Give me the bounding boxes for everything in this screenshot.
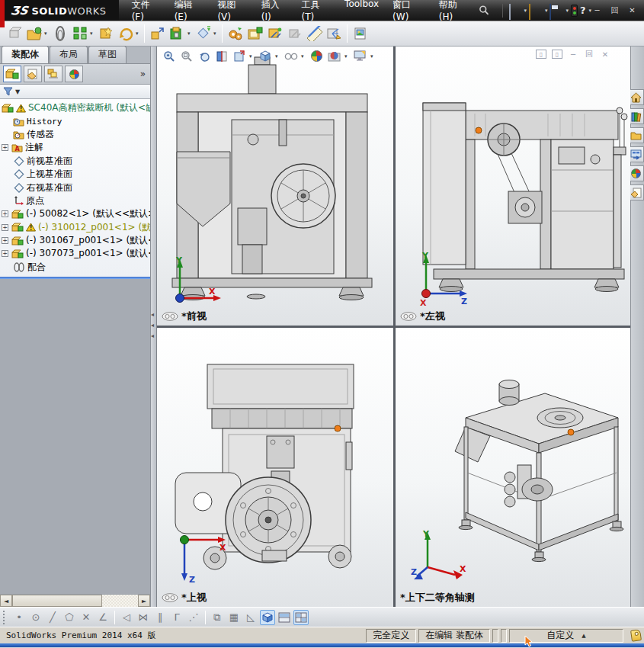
orientation-caret-icon[interactable]: ▾ [275, 53, 280, 59]
doc-close-button[interactable]: ✕ [600, 50, 610, 59]
tree-item-component-310012[interactable]: + ! (-) 310012_p001<1> (默认 [2, 221, 150, 234]
sketch-circle-icon[interactable]: ⊙ [28, 610, 43, 625]
zoom-to-fit-icon[interactable] [162, 49, 176, 63]
configuration-manager-tab-icon[interactable] [44, 66, 62, 82]
pattern-caret-icon[interactable]: ▾ [90, 30, 95, 37]
tag-icon[interactable] [630, 629, 642, 642]
grid-snap-icon[interactable]: ▦ [226, 610, 242, 625]
help-icon[interactable]: ? [580, 5, 586, 16]
doc-minimize-button[interactable]: ─ [568, 50, 578, 59]
appearance-image-icon[interactable] [351, 24, 370, 43]
menu-file[interactable]: 文件(F) [125, 0, 168, 25]
shaded-with-edges-icon[interactable] [260, 610, 275, 625]
menu-edit[interactable]: 编辑(E) [168, 0, 211, 25]
tree-item-component-50082[interactable]: + (-) 50082<1> (默认<<默认>_ [2, 207, 150, 220]
rebuild-traffic-light-icon[interactable] [571, 5, 578, 17]
sketch-line-icon[interactable]: ╱ [45, 610, 60, 625]
open-part-caret-icon[interactable]: ▾ [44, 30, 50, 37]
dimension-standard-icon[interactable]: ⧉ [210, 610, 225, 625]
new-motion-study-icon[interactable] [226, 24, 245, 43]
hideshow-caret-icon[interactable]: ▾ [301, 53, 306, 59]
mate-icon[interactable] [50, 24, 69, 43]
snap-intersect-icon[interactable]: ⋈ [136, 610, 151, 625]
view-orientation-cube-icon[interactable] [258, 49, 272, 63]
new-document-icon[interactable] [509, 4, 511, 20]
mass-properties-icon[interactable] [325, 24, 344, 43]
splitter-collapse-arrows[interactable]: ◂ ◂ ◂ [151, 312, 154, 339]
property-manager-tab-icon[interactable] [24, 66, 42, 82]
scrollbar-thumb[interactable] [12, 595, 102, 607]
linear-component-pattern-icon[interactable] [70, 24, 89, 43]
scene-caret-icon[interactable]: ▾ [344, 53, 350, 59]
panel-splitter[interactable]: ◂ ◂ ◂ [151, 47, 157, 607]
snap-parallel-icon[interactable]: ∥ [152, 610, 168, 625]
expand-icon[interactable]: + [2, 224, 8, 231]
snap-perpendicular-icon[interactable]: Γ [169, 610, 184, 625]
triangle-snap-icon[interactable]: ◺ [243, 610, 258, 625]
snap-trace-icon[interactable]: ⋰ [186, 610, 201, 625]
reference-geometry-icon[interactable] [194, 24, 213, 43]
edit-appearance-icon[interactable] [309, 49, 324, 63]
rotate-caret-icon[interactable]: ▾ [136, 30, 141, 37]
menu-help[interactable]: 帮助(H) [432, 0, 476, 25]
tab-sketch[interactable]: 草图 [88, 46, 127, 63]
new-caret-icon[interactable]: ▾ [524, 8, 527, 14]
search-icon[interactable] [478, 5, 489, 17]
tree-item-right-plane[interactable]: 右视基准面 [2, 181, 150, 194]
two-viewport-icon[interactable] [277, 610, 292, 625]
tree-item-history[interactable]: History [2, 114, 150, 127]
exploded-view-icon[interactable] [245, 24, 264, 43]
viewsettings-caret-icon[interactable]: ▾ [370, 53, 376, 59]
viewport-top[interactable]: X Z *上视 [157, 328, 393, 607]
tree-item-origin[interactable]: 原点 [2, 194, 150, 207]
hide-show-items-icon[interactable] [284, 49, 298, 63]
tree-item-sensors[interactable]: 传感器 [2, 128, 150, 141]
units-label[interactable]: 自定义 [546, 629, 574, 642]
view-palette-icon[interactable] [629, 146, 644, 162]
apply-scene-icon[interactable] [327, 49, 341, 63]
sketch-point-icon[interactable]: • [11, 610, 27, 625]
units-caret-icon[interactable]: ▲ [582, 633, 585, 639]
viewport-isometric[interactable]: Y X Z *上下二等角轴测 [396, 328, 630, 607]
refgeo-caret-icon[interactable]: ▾ [213, 30, 219, 37]
measure-icon[interactable] [305, 24, 324, 43]
toolbar-grip[interactable] [3, 611, 7, 624]
expand-icon[interactable]: + [2, 237, 8, 244]
sketch-cross-icon[interactable]: ✕ [78, 610, 94, 625]
zoom-to-area-icon[interactable] [179, 49, 194, 63]
sketch-polygon-icon[interactable]: ⬠ [62, 610, 77, 625]
sketch-angle-icon[interactable]: ∠ [95, 610, 111, 625]
menu-window[interactable]: 窗口(W) [386, 0, 432, 25]
close-button[interactable]: ✕ [626, 5, 638, 15]
feature-tree-tab-icon[interactable] [3, 66, 21, 82]
assembly-features-icon[interactable] [168, 24, 187, 43]
section-view-icon[interactable] [214, 49, 229, 63]
panel-overflow-icon[interactable]: » [140, 69, 147, 79]
home-icon[interactable] [629, 89, 644, 105]
view-selector-sheet-icon[interactable] [232, 49, 246, 63]
filter-caret-icon[interactable]: ▼ [15, 88, 20, 95]
minimize-button[interactable]: ─ [591, 5, 603, 15]
pane-right-icon[interactable]: ▯ [552, 50, 562, 59]
menu-tools[interactable]: 工具(T) [295, 0, 338, 25]
snap-tangent-icon[interactable]: ◁ [119, 610, 134, 625]
tree-item-mates[interactable]: 配合 [2, 261, 150, 274]
view-settings-icon[interactable] [353, 49, 367, 63]
tree-item-front-plane[interactable]: 前视基准面 [2, 155, 150, 168]
four-viewport-icon[interactable] [293, 610, 309, 625]
menu-view[interactable]: 视图(V) [210, 0, 254, 25]
sheet-caret-icon[interactable]: ▾ [249, 53, 255, 59]
menu-toolbox[interactable]: Toolbox [338, 0, 386, 25]
interference-detection-icon[interactable] [285, 24, 304, 43]
tab-layout[interactable]: 布局 [50, 46, 88, 63]
features-caret-icon[interactable]: ▾ [187, 30, 193, 37]
custom-properties-icon[interactable] [629, 184, 644, 200]
appearances-icon[interactable] [629, 165, 644, 181]
panel-horizontal-scrollbar[interactable]: ◄ ► [0, 594, 150, 607]
viewport-left[interactable]: Y Z X *左视 [396, 47, 630, 326]
tree-item-component-301067[interactable]: + (-) 301067_p001<1> (默认<缺 [2, 234, 150, 247]
tree-item-root[interactable]: ! SC40A高精密裁断机 (默认<缺 [2, 101, 150, 114]
viewport-divider-horizontal[interactable] [157, 326, 630, 328]
open-part-icon[interactable] [24, 24, 43, 43]
tree-item-component-307073[interactable]: + (-) 307073_p001<1> (默认<缺 [2, 247, 150, 260]
